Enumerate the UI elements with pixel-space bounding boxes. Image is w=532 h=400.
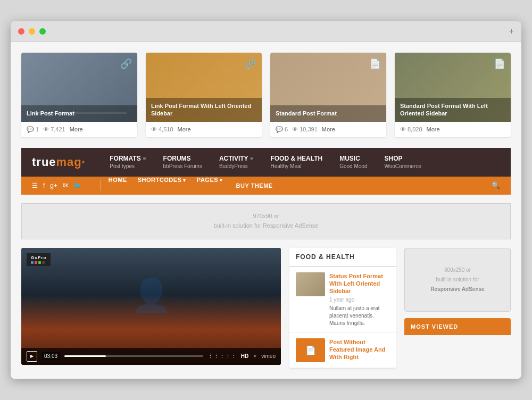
ad-banner-line1: 970x90 or <box>214 212 319 221</box>
google-plus-icon[interactable]: g+ <box>50 182 57 189</box>
browser-window: + 🔗 Link Post Format 💬 1 👁 7,421 More <box>11 21 521 379</box>
twitter-icon[interactable]: 🐦 <box>73 182 81 189</box>
facebook-icon[interactable]: f <box>43 182 45 189</box>
most-viewed-header: MOST VIEWED <box>404 318 511 335</box>
post-card-4[interactable]: 📄 Standard Post Format With Left Oriente… <box>395 53 511 137</box>
hd-badge: HD <box>241 353 248 359</box>
subnav-buy-theme[interactable]: BUY THEME <box>231 177 278 195</box>
card1-title: Link Post Format <box>21 105 137 121</box>
forums-sub: bbPress Forums <box>163 163 202 169</box>
close-button[interactable] <box>18 28 24 35</box>
browser-chrome: + <box>11 21 521 42</box>
card2-more[interactable]: More <box>178 126 191 132</box>
nav-item-music[interactable]: MUSIC Good Mood <box>331 148 376 177</box>
music-label: MUSIC <box>339 155 360 162</box>
ad-banner-line2: built-in solution for Responsive AdSense <box>214 221 319 231</box>
nav-item-shop[interactable]: SHOP WooCommerce <box>376 148 429 177</box>
search-icon[interactable]: 🔍 <box>492 181 500 189</box>
card2-meta: 👁 4,518 More <box>146 122 262 137</box>
ad-box-line1: 300x250 or <box>444 265 471 275</box>
new-tab-button[interactable]: + <box>509 27 514 36</box>
card3-image: 📄 Standard Post Format <box>270 53 386 122</box>
social-links: ☰ f g+ вк 🐦 <box>32 182 81 189</box>
formats-menu-icon: ≡ <box>143 156 146 162</box>
shop-sub: WooCommerce <box>384 163 421 169</box>
subnav-pages[interactable]: PAGES <box>197 177 223 195</box>
food-label: FOOD & HEALTH <box>270 155 322 162</box>
main-navbar: truemag* FORMATS ≡ Post types FORUMS bbP… <box>21 148 511 177</box>
minimize-button[interactable] <box>29 28 35 35</box>
maximize-button[interactable] <box>39 28 46 35</box>
card4-meta: 👁 8,028 More <box>395 122 511 137</box>
card3-title: Standard Post Format <box>270 105 386 121</box>
activity-label: ACTIVITY <box>219 155 248 162</box>
ad-box-line3: Responsive AdSense <box>430 285 484 294</box>
link-icon-2: 🔗 <box>245 58 256 70</box>
shop-label: SHOP <box>384 155 402 162</box>
card1-more[interactable]: More <box>70 126 83 132</box>
sub-navbar: ☰ f g+ вк 🐦 HOME SHORTCODES PAGES BUY TH… <box>21 177 511 195</box>
subnav-shortcodes[interactable]: SHORTCODES <box>138 177 186 195</box>
page-content: 🔗 Link Post Format 💬 1 👁 7,421 More 🔗 Li… <box>11 42 521 379</box>
food-item-2-title: Post Without Featured Image And With Rig… <box>329 338 389 361</box>
progress-icons: ⋮⋮⋮⋮⋮ <box>207 353 237 360</box>
site-logo[interactable]: truemag* <box>32 155 85 169</box>
card4-views: 👁 8,028 <box>400 126 422 132</box>
video-player[interactable]: GoPro 👤 ▶ 03:03 <box>21 248 281 365</box>
document-icon-1: 📄 <box>369 58 381 70</box>
document-icon-2: 📄 <box>494 58 505 70</box>
formats-sub: Post types <box>110 163 146 169</box>
card4-title: Standard Post Format With Left Oriented … <box>395 98 511 122</box>
gopro-dot-green <box>38 261 41 264</box>
vimeo-badge: vimeo <box>261 353 276 359</box>
food-item-1[interactable]: Status Post Format With Left Oriented Si… <box>289 267 396 333</box>
play-button[interactable]: ▶ <box>27 351 37 362</box>
link-icon-1: 🔗 <box>120 58 132 70</box>
food-item-2-text: Post Without Featured Image And With Rig… <box>329 338 389 363</box>
post-cards-grid: 🔗 Link Post Format 💬 1 👁 7,421 More 🔗 Li… <box>21 53 511 137</box>
post-card-3[interactable]: 📄 Standard Post Format 💬 6 👁 10,391 More <box>270 53 386 137</box>
progress-fill <box>64 355 106 357</box>
ad-box-line2: built-in solution for <box>436 275 479 285</box>
post-card-1[interactable]: 🔗 Link Post Format 💬 1 👁 7,421 More <box>21 53 137 137</box>
subnav-home[interactable]: HOME <box>109 177 127 195</box>
progress-bar[interactable] <box>64 355 203 357</box>
activity-sub: BuddyPress <box>219 163 254 169</box>
food-health-header: FOOD & HEALTH <box>289 248 396 267</box>
food-item-1-excerpt: Nullam at justo a erat placerat venenati… <box>329 305 389 327</box>
right-column: 300x250 or built-in solution for Respons… <box>404 248 511 369</box>
food-thumb-1 <box>296 272 325 296</box>
food-sub: Healthy Meal <box>270 163 322 169</box>
gopro-badge: GoPro <box>27 253 51 266</box>
food-item-1-title: Status Post Format With Left Oriented Si… <box>329 272 389 295</box>
food-item-1-date: 1 year ago <box>329 297 389 303</box>
post-card-2[interactable]: 🔗 Link Post Format With Left Oriented Si… <box>146 53 262 137</box>
activity-menu-icon: ≡ <box>251 156 254 162</box>
card2-views: 👁 4,518 <box>151 126 173 132</box>
food-item-1-inner: Status Post Format With Left Oriented Si… <box>296 272 389 327</box>
nav-item-forums[interactable]: FORUMS bbPress Forums <box>155 148 211 177</box>
card3-more[interactable]: More <box>322 126 335 132</box>
nav-item-activity[interactable]: ACTIVITY ≡ BuddyPress <box>211 148 262 177</box>
card3-views: 👁 10,391 <box>292 126 318 132</box>
navbar-menu: FORMATS ≡ Post types FORUMS bbPress Foru… <box>101 148 500 177</box>
food-thumb-2: 📄 <box>296 338 325 362</box>
gopro-dot-red <box>35 261 37 264</box>
card1-meta: 💬 1 👁 7,421 More <box>21 122 137 137</box>
formats-label: FORMATS <box>110 155 140 162</box>
video-background: GoPro 👤 <box>21 248 281 365</box>
ad-box-300: 300x250 or built-in solution for Respons… <box>404 248 511 312</box>
rss-icon[interactable]: ☰ <box>32 182 38 189</box>
food-item-2[interactable]: 📄 Post Without Featured Image And With R… <box>289 333 396 369</box>
card4-image: 📄 Standard Post Format With Left Oriente… <box>395 53 511 122</box>
nav-item-formats[interactable]: FORMATS ≡ Post types <box>101 148 154 177</box>
nav-item-food[interactable]: FOOD & HEALTH Healthy Meal <box>262 148 331 177</box>
video-controls: ▶ 03:03 ⋮⋮⋮⋮⋮ HD ✦ vimeo <box>21 348 281 365</box>
document-thumb-icon: 📄 <box>305 345 316 355</box>
video-time: 03:03 <box>41 352 60 360</box>
subnav-divider <box>100 180 101 191</box>
gopro-dot-blue <box>31 261 34 264</box>
vk-icon[interactable]: вк <box>63 182 68 189</box>
card1-comments: 💬 1 <box>27 126 39 133</box>
card4-more[interactable]: More <box>427 126 440 132</box>
